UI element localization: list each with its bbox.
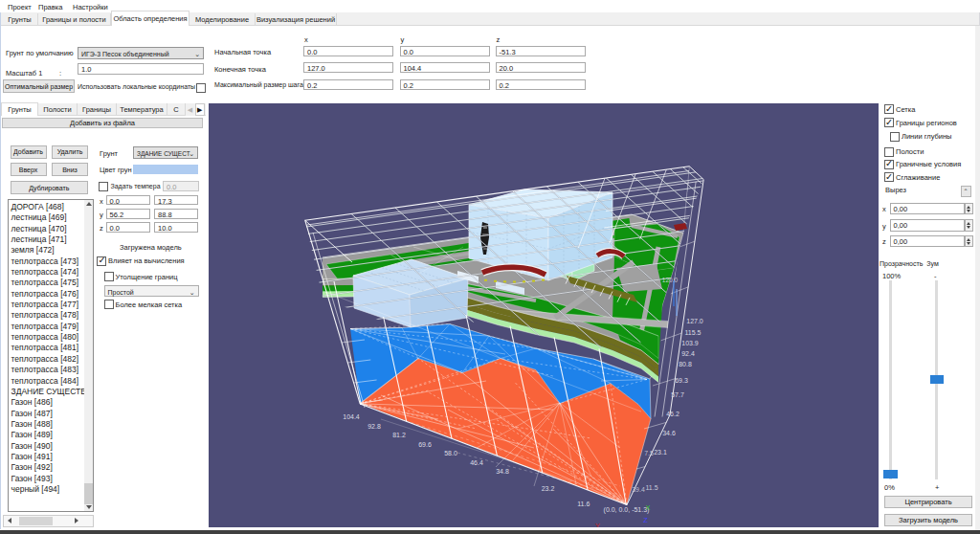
svg-text:11.6: 11.6 <box>577 500 590 506</box>
svg-text:X: X <box>645 503 650 512</box>
svg-text:39.4: 39.4 <box>632 486 645 493</box>
svg-text:104.4: 104.4 <box>343 412 360 419</box>
svg-text:57.7: 57.7 <box>671 390 684 397</box>
svg-text:115.5: 115.5 <box>685 328 702 335</box>
svg-text:Z: Z <box>643 515 648 523</box>
svg-text:103.9: 103.9 <box>681 339 699 345</box>
svg-text:81.2: 81.2 <box>392 432 406 438</box>
svg-text:23.1: 23.1 <box>654 449 667 456</box>
svg-text:58.0: 58.0 <box>444 450 457 456</box>
svg-text:23.2: 23.2 <box>542 485 555 492</box>
svg-text:69.6: 69.6 <box>418 440 432 447</box>
svg-text:92.8: 92.8 <box>368 422 381 429</box>
svg-text:34.6: 34.6 <box>662 430 676 436</box>
svg-text:46.4: 46.4 <box>470 458 483 465</box>
svg-text:(0.0, 0.0, -51.3): (0.0, 0.0, -51.3) <box>604 505 650 513</box>
svg-text:127.0: 127.0 <box>686 318 703 324</box>
svg-text:7.5: 7.5 <box>644 450 654 456</box>
svg-text:46.2: 46.2 <box>666 410 679 416</box>
svg-text:34.8: 34.8 <box>496 468 509 475</box>
svg-text:92.4: 92.4 <box>681 349 695 356</box>
svg-text:69.3: 69.3 <box>675 376 688 383</box>
svg-text:80.8: 80.8 <box>679 361 692 367</box>
svg-text:Y: Y <box>595 522 600 527</box>
svg-text:120.0: 120.0 <box>662 277 679 283</box>
svg-text:11.5: 11.5 <box>645 484 657 491</box>
